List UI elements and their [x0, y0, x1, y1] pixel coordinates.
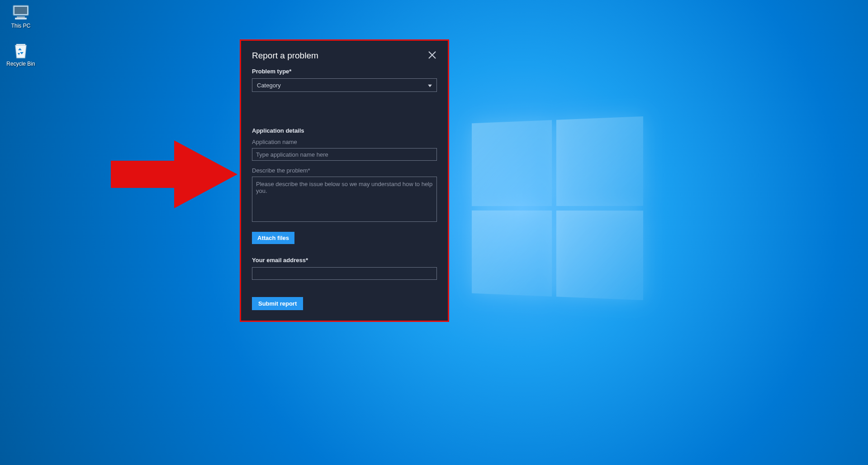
- desktop-icon-label: This PC: [11, 23, 31, 29]
- windows-logo-wallpaper: [472, 116, 643, 300]
- chevron-down-icon: [428, 82, 432, 89]
- email-input[interactable]: [252, 267, 437, 280]
- svg-marker-7: [428, 85, 432, 87]
- attach-files-button[interactable]: Attach files: [252, 232, 294, 244]
- application-details-title: Application details: [252, 127, 437, 134]
- svg-rect-3: [15, 18, 27, 19]
- problem-type-selected: Category: [257, 82, 281, 89]
- problem-type-label: Problem type*: [252, 68, 437, 75]
- describe-problem-textarea[interactable]: [252, 177, 437, 222]
- annotation-arrow: [106, 136, 242, 215]
- report-problem-dialog: Report a problem Problem type* Category …: [240, 39, 449, 322]
- problem-type-select[interactable]: Category: [252, 78, 437, 92]
- dialog-title: Report a problem: [252, 51, 318, 61]
- application-name-label: Application name: [252, 139, 437, 145]
- close-button[interactable]: [427, 50, 437, 60]
- application-name-input[interactable]: [252, 148, 437, 161]
- recycle-bin-icon: [10, 42, 31, 60]
- this-pc-icon: [10, 4, 31, 22]
- desktop-icon-this-pc[interactable]: This PC: [4, 4, 38, 29]
- submit-report-button[interactable]: Submit report: [252, 297, 303, 310]
- desktop-icon-recycle-bin[interactable]: Recycle Bin: [4, 42, 38, 67]
- describe-problem-label: Describe the problem*: [252, 167, 437, 174]
- desktop-icon-label: Recycle Bin: [6, 61, 35, 67]
- email-label: Your email address*: [252, 257, 437, 264]
- svg-rect-1: [14, 7, 27, 14]
- svg-rect-2: [17, 16, 25, 18]
- svg-marker-4: [111, 140, 237, 208]
- desktop-icons: This PC Recycle Bin: [4, 4, 38, 67]
- close-icon: [428, 51, 436, 59]
